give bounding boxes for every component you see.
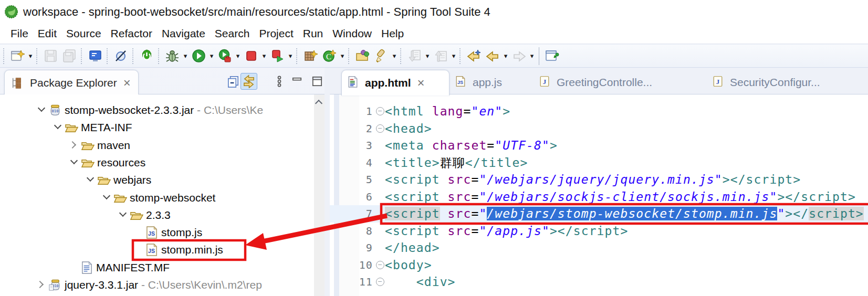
panel-sash[interactable] (325, 68, 330, 296)
editor-tab-securityconfigur...[interactable]: JSecurityConfigur... (707, 70, 868, 95)
new-wizard-icon[interactable] (8, 47, 26, 65)
new-java-class-icon[interactable]: C (320, 47, 338, 65)
line-number[interactable]: 1 (351, 103, 373, 120)
chevron-expanded-icon[interactable] (53, 122, 64, 133)
chevron-expanded-icon[interactable] (86, 175, 96, 185)
last-edit-location-icon[interactable] (465, 47, 483, 65)
editor-tab-greetingcontrolle...[interactable]: JGreetingControlle... (534, 70, 707, 95)
tree-item-stomp-websocket[interactable]: stomp-websocket (0, 189, 325, 206)
collapse-all-icon[interactable] (225, 73, 242, 90)
code-line-1[interactable]: 1−<html lang="en"> (330, 103, 868, 120)
tree-item-2.3.3[interactable]: 2.3.3 (0, 207, 325, 224)
menu-item-file[interactable]: File (6, 27, 33, 40)
close-icon[interactable]: × (417, 78, 425, 88)
run-history-dropdown-icon[interactable]: ▾ (234, 52, 242, 60)
editor-tab-app.js[interactable]: JSapp.js (449, 70, 534, 95)
chevron-expanded-icon[interactable] (102, 193, 112, 203)
tree-item-meta-inf[interactable]: META-INF (0, 119, 325, 136)
line-number[interactable]: 8 (351, 223, 373, 240)
relaunch-dropdown-icon[interactable]: ▾ (287, 52, 294, 60)
stop-dropdown-icon[interactable]: ▾ (260, 52, 268, 60)
link-with-editor-icon[interactable] (240, 73, 257, 90)
menu-item-window[interactable]: Window (328, 27, 377, 40)
code-line-8[interactable]: 8<script src="/app.js"></script> (330, 223, 868, 240)
next-annotation-dropdown-icon[interactable]: ▾ (424, 52, 431, 60)
line-number[interactable]: 11 (351, 273, 373, 291)
menu-item-run[interactable]: Run (298, 27, 328, 40)
tree-item-stomp-websocket-2.3.3.jar[interactable]: 010stomp-websocket-2.3.3.jar - C:\Users\… (0, 102, 325, 119)
explorer-scrollbar[interactable] (314, 94, 325, 296)
code-line-7[interactable]: 7<script src="/webjars/stomp-websocket/s… (330, 205, 868, 223)
tree-item-stomp.min.js[interactable]: JSstomp.min.js (0, 241, 325, 258)
line-number[interactable]: 3 (351, 137, 373, 154)
scroll-up-arrow[interactable] (315, 100, 322, 107)
highlighter-dropdown-icon[interactable]: ▾ (391, 52, 398, 60)
line-number[interactable]: 10 (351, 257, 373, 274)
previous-annotation-dropdown-icon[interactable]: ▾ (450, 52, 457, 60)
code-text: <body> (385, 257, 432, 274)
pin-editor-icon[interactable] (543, 47, 561, 65)
line-number[interactable]: 4 (351, 154, 373, 172)
forward-dropdown-icon[interactable]: ▾ (528, 52, 536, 60)
editor-tab-app.html[interactable]: app.html× (341, 70, 449, 96)
highlighter-icon[interactable] (372, 47, 390, 65)
chevron-expanded-icon[interactable] (37, 105, 47, 115)
tab-package-explorer[interactable]: Package Explorer × (4, 70, 139, 95)
line-number[interactable]: 6 (351, 188, 373, 206)
tree-item-webjars[interactable]: webjars (0, 172, 325, 188)
back-dropdown-icon[interactable]: ▾ (502, 52, 509, 60)
skip-all-breakpoints-icon[interactable] (112, 47, 130, 65)
code-line-11[interactable]: 11− <div> (330, 273, 868, 291)
menu-item-edit[interactable]: Edit (33, 27, 61, 40)
debug-dropdown-icon[interactable]: ▾ (182, 52, 189, 60)
close-icon[interactable]: × (123, 78, 131, 88)
menu-item-help[interactable]: Help (377, 27, 409, 40)
line-number[interactable]: 9 (351, 239, 373, 257)
code-line-5[interactable]: 5<script src="/webjars/jquery/jquery.min… (330, 171, 868, 188)
chevron-collapsed-icon[interactable] (69, 140, 80, 151)
fold-collapse-icon[interactable]: − (376, 278, 384, 286)
tree-item-manifest.mf[interactable]: MANIFEST.MF (0, 259, 325, 276)
menu-item-search[interactable]: Search (210, 27, 255, 40)
code-line-10[interactable]: 10−<body> (330, 257, 868, 274)
tree-item-jquery-3.3.1.jar[interactable]: 010jquery-3.3.1.jar - C:\Users\Kevin\.m2… (0, 277, 325, 293)
open-task-icon[interactable] (353, 47, 371, 65)
fold-collapse-icon[interactable]: − (376, 124, 384, 133)
menu-item-navigate[interactable]: Navigate (157, 27, 210, 40)
run-icon[interactable] (190, 47, 207, 65)
debug-icon[interactable] (163, 47, 181, 65)
open-console-icon[interactable] (86, 47, 104, 65)
menu-item-source[interactable]: Source (61, 27, 106, 40)
code-line-9[interactable]: 9</head> (330, 239, 868, 257)
code-line-2[interactable]: 2−<head> (330, 120, 868, 138)
tree-item-resources[interactable]: resources (0, 154, 325, 171)
line-number[interactable]: 7 (351, 205, 373, 223)
code-line-4[interactable]: 4<title>群聊</title> (330, 154, 868, 172)
run-history-icon[interactable] (216, 47, 234, 65)
line-number[interactable]: 5 (351, 171, 373, 188)
back-icon[interactable] (484, 47, 501, 65)
menu-item-refactor[interactable]: Refactor (106, 27, 157, 40)
code-line-6[interactable]: 6<script src="/webjars/sockjs-client/soc… (330, 188, 868, 206)
maximize-icon[interactable] (309, 73, 326, 90)
new-java-project-icon[interactable] (301, 47, 319, 65)
stop-icon[interactable] (242, 47, 260, 65)
minimize-icon[interactable] (289, 73, 306, 90)
fold-collapse-icon[interactable]: − (376, 261, 384, 269)
tree-item-maven[interactable]: maven (0, 137, 325, 154)
tree-item-stomp.js[interactable]: JSstomp.js (0, 224, 325, 241)
run-dropdown-icon[interactable]: ▾ (208, 52, 215, 60)
code-line-3[interactable]: 3<meta charset="UTF-8"> (330, 137, 868, 154)
chevron-expanded-icon[interactable] (69, 157, 80, 168)
fold-collapse-icon[interactable]: − (376, 107, 384, 115)
menu-item-project[interactable]: Project (254, 27, 298, 40)
new-wizard-dropdown-icon[interactable]: ▾ (27, 52, 34, 60)
view-menu-icon[interactable] (271, 73, 288, 90)
new-java-class-dropdown-icon[interactable]: ▾ (339, 52, 346, 60)
boot-dashboard-icon[interactable] (138, 47, 155, 65)
relaunch-icon[interactable] (268, 47, 286, 65)
chevron-expanded-icon[interactable] (118, 210, 129, 220)
chevron-collapsed-icon[interactable] (37, 280, 47, 290)
line-number[interactable]: 2 (351, 120, 373, 138)
code-editor[interactable]: 1−<html lang="en">2−<head>3<meta charset… (330, 94, 868, 296)
